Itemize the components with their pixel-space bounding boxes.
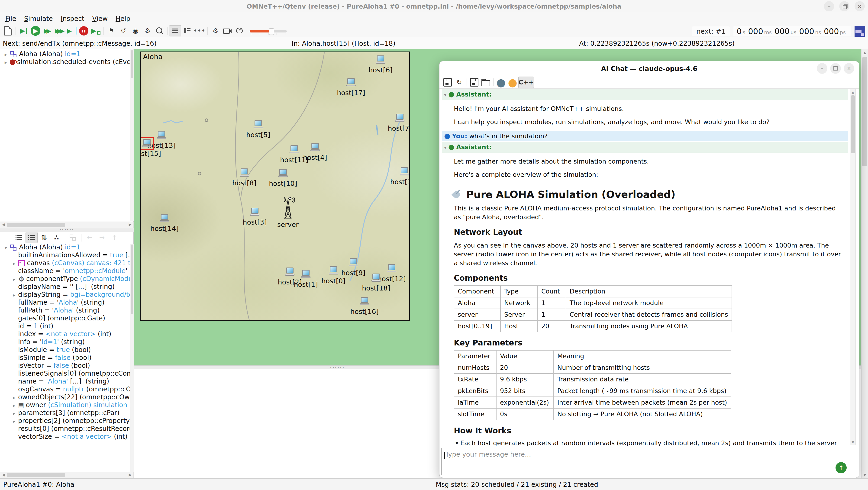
model-b-button[interactable]: ● bbox=[507, 76, 518, 88]
restart-button[interactable]: ↺ bbox=[117, 25, 129, 36]
record-button[interactable]: ◉ bbox=[129, 25, 142, 36]
run-until-button[interactable]: ▶▕ bbox=[66, 25, 78, 36]
property-row[interactable]: name = 'Aloha' [...] (string) bbox=[0, 377, 133, 386]
expand-icon[interactable]: ▸ bbox=[10, 275, 18, 283]
node-host[18][interactable]: host[18] bbox=[362, 274, 390, 292]
expand-icon[interactable]: ▸ bbox=[10, 259, 18, 267]
scroll-left-icon[interactable]: ◀ bbox=[1, 222, 6, 227]
property-row[interactable]: vectorSize = <not a vector> (int) bbox=[0, 433, 133, 440]
property-row[interactable]: ▸owner (cSimulation) simulation (omnetpp bbox=[0, 401, 133, 409]
scroll-right-icon[interactable]: ▶ bbox=[127, 222, 133, 227]
node-host[1][interactable]: host[1] bbox=[294, 270, 318, 288]
property-row[interactable]: fullPath = 'Aloha' (string) bbox=[0, 306, 133, 314]
node-host[4][interactable]: host[4] bbox=[303, 143, 327, 161]
expand-icon[interactable]: ▸ bbox=[2, 58, 10, 66]
scroll-right-icon[interactable]: ▶ bbox=[127, 472, 133, 477]
node-host[16][interactable]: host[16] bbox=[350, 297, 379, 315]
send-button[interactable]: ↑ bbox=[836, 462, 847, 473]
node-host[10][interactable]: host[10] bbox=[269, 169, 297, 187]
node-host[7][interactable]: host[7] bbox=[388, 114, 410, 132]
property-row[interactable]: isVector = false (bool) bbox=[0, 362, 133, 370]
node-host[15][interactable]: host[15] bbox=[141, 139, 161, 157]
save-chat-button[interactable] bbox=[442, 76, 453, 88]
expand-icon[interactable]: ▸ bbox=[10, 418, 18, 425]
object-tree-vscrollbar[interactable] bbox=[130, 50, 134, 221]
run-next-button[interactable]: ▶ bbox=[90, 25, 102, 36]
chat-close-icon[interactable]: × bbox=[844, 63, 854, 74]
chat-vscrollbar[interactable]: ▲ ▼ bbox=[850, 89, 856, 445]
scroll-left-icon[interactable]: ◀ bbox=[1, 472, 6, 477]
network-map[interactable]: Aloha server host[6]host[17]host[7]host[… bbox=[141, 52, 410, 320]
node-host[17][interactable]: host[17] bbox=[337, 78, 365, 97]
debug-button[interactable]: ⚙ bbox=[142, 25, 154, 36]
step-button[interactable]: ▶ bbox=[18, 25, 29, 36]
property-row[interactable]: className = 'omnetpp::cModule' (string) bbox=[0, 267, 133, 275]
property-row[interactable]: info = 'id=1' (string) bbox=[0, 338, 133, 346]
property-row[interactable]: ▾Aloha (Aloha) id=1 bbox=[0, 243, 133, 251]
speedometer-button[interactable] bbox=[234, 25, 246, 36]
express-run-button[interactable]: ▶▶▶ bbox=[54, 25, 66, 36]
settings-button[interactable]: ⚙ bbox=[209, 25, 221, 36]
property-row[interactable]: ▸properties[2] (omnetpp::cProperty) bbox=[0, 417, 133, 425]
node-host[3][interactable]: host[3] bbox=[243, 208, 267, 226]
property-row[interactable]: ▸componentType (cDynamicModuleType) c bbox=[0, 275, 133, 283]
minimize-icon[interactable]: – bbox=[824, 1, 834, 11]
fast-run-button[interactable]: ▶▶ bbox=[41, 25, 54, 36]
node-host[14][interactable]: host[14] bbox=[150, 214, 179, 233]
tree-item-aloha[interactable]: ▸Aloha (Aloha) id=1 bbox=[0, 50, 133, 58]
menu-simulate[interactable]: Simulate bbox=[20, 15, 57, 23]
property-row[interactable]: results[0] (omnetpp::cResultRecorder) bbox=[0, 425, 133, 433]
animation-button[interactable] bbox=[221, 25, 234, 36]
assistant-message-header[interactable]: ▾●Assistant: bbox=[442, 89, 848, 100]
back-obj-button[interactable]: ← bbox=[84, 232, 96, 243]
node-host[5][interactable]: host[5] bbox=[246, 120, 270, 139]
restore-icon[interactable] bbox=[839, 1, 849, 11]
chat-input[interactable]: Type your message here... ↑ bbox=[441, 448, 849, 476]
scroll-down-icon[interactable]: ▼ bbox=[862, 473, 868, 477]
stop-button[interactable]: ▮▮ bbox=[78, 25, 90, 36]
node-host[8][interactable]: host[8] bbox=[232, 169, 256, 187]
inspector-hscrollbar[interactable]: ◀ ▶ bbox=[0, 472, 134, 479]
tree-item-scheduled-events[interactable]: ▸simulation.scheduled-events (cEventHeap… bbox=[0, 58, 133, 66]
save-session-button[interactable] bbox=[468, 76, 480, 88]
node-host[0][interactable]: host[0] bbox=[321, 266, 345, 285]
close-icon[interactable]: × bbox=[855, 1, 865, 11]
menu-file[interactable]: File bbox=[1, 15, 20, 23]
scroll-down-icon[interactable]: ▼ bbox=[850, 440, 856, 444]
property-row[interactable]: isModule = true (bool) bbox=[0, 346, 133, 354]
node-host[19][interactable]: host[19] bbox=[390, 167, 410, 186]
property-row[interactable]: isSimple = false (bool) bbox=[0, 354, 133, 362]
property-row[interactable]: builtinAnimationsAllowed = true [...] (b… bbox=[0, 251, 133, 259]
node-server[interactable]: server bbox=[277, 196, 299, 228]
open-session-button[interactable] bbox=[480, 76, 492, 88]
menu-help[interactable]: Help bbox=[112, 15, 134, 23]
model-a-button[interactable]: ● bbox=[495, 76, 507, 88]
inspect-parent-button[interactable]: ↑ bbox=[108, 232, 121, 243]
new-file-button[interactable] bbox=[2, 25, 14, 36]
property-row[interactable]: osgCanvas = nullptr (omnetpp::cOsgCanvas… bbox=[0, 386, 133, 393]
menu-view[interactable]: View bbox=[88, 15, 112, 23]
children-view-button[interactable]: ∴ bbox=[51, 232, 63, 243]
object-tree-hscrollbar[interactable]: ◀ ▶ bbox=[0, 221, 134, 228]
property-row[interactable]: listenedSignals[0] (omnetpp::cComponent:… bbox=[0, 370, 133, 377]
expand-icon[interactable]: ▸ bbox=[10, 402, 18, 409]
inheritance-view-button[interactable]: ⇅ bbox=[38, 232, 50, 243]
expand-icon[interactable]: ▸ bbox=[10, 409, 18, 417]
inspect-as-object-button[interactable] bbox=[67, 232, 79, 243]
find-button[interactable] bbox=[154, 25, 166, 36]
property-row[interactable]: ▸ownedObjects[22] (omnetpp::cOwnedObject bbox=[0, 393, 133, 401]
menu-inspect[interactable]: Inspect bbox=[57, 15, 88, 23]
expand-icon[interactable]: ▸ bbox=[10, 394, 18, 401]
finish-button[interactable]: ⚑ bbox=[105, 25, 117, 36]
scroll-up-icon[interactable]: ▲ bbox=[850, 90, 856, 94]
slider-handle[interactable] bbox=[269, 28, 274, 35]
layout-list-button[interactable] bbox=[169, 25, 181, 36]
speed-slider[interactable] bbox=[250, 27, 287, 35]
inspector-vscrollbar[interactable] bbox=[130, 244, 134, 472]
property-row[interactable]: ▸parameters[3] (omnetpp::cPar) bbox=[0, 409, 133, 417]
property-row[interactable]: displayName = '' [...] (string) bbox=[0, 283, 133, 291]
node-host[6][interactable]: host[6] bbox=[368, 56, 393, 74]
layout-grid-button[interactable] bbox=[181, 25, 193, 36]
flat-view-button[interactable] bbox=[13, 232, 25, 243]
scroll-up-icon[interactable]: ▲ bbox=[862, 51, 868, 55]
